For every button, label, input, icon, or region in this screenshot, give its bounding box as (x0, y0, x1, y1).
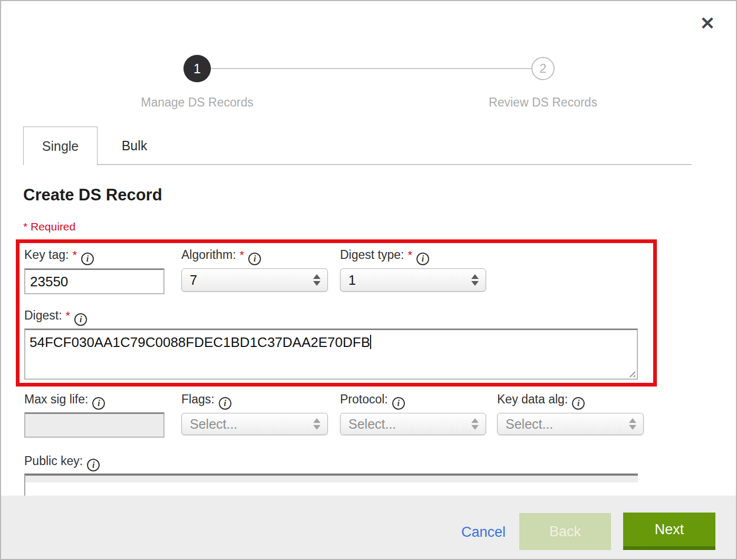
tab-single[interactable]: Single (23, 127, 98, 165)
step-1-label: Manage DS Records (81, 95, 313, 110)
info-icon[interactable]: i (92, 397, 105, 410)
digest-type-label: Digest type:*i (340, 248, 429, 265)
max-sig-life-label-text: Max sig life: (24, 392, 88, 406)
info-icon[interactable]: i (219, 397, 231, 410)
protocol-select[interactable]: Select... (340, 413, 486, 435)
key-data-alg-label-text: Key data alg: (497, 392, 568, 406)
select-arrows-icon (313, 418, 321, 430)
digest-textarea-value: 54FCF030AA1C79C0088FDEC1BD1C37DAA2E70DFB (30, 334, 370, 350)
algorithm-label-text: Algorithm: (181, 248, 236, 262)
required-star: * (240, 248, 245, 262)
algorithm-select[interactable]: 7 (181, 268, 328, 292)
digest-textarea[interactable]: 54FCF030AA1C79C0088FDEC1BD1C37DAA2E70DFB (24, 329, 638, 380)
key-data-alg-select-value: Select... (506, 417, 629, 432)
step-2-indicator: 2 (531, 57, 555, 80)
flags-label: Flags:i (181, 392, 231, 410)
info-icon[interactable]: i (248, 253, 261, 265)
step-2-label: Review DS Records (427, 95, 659, 110)
step-1-indicator: 1 (183, 55, 211, 82)
info-icon[interactable]: i (572, 397, 585, 410)
info-icon[interactable]: i (392, 397, 405, 410)
protocol-select-value: Select... (348, 417, 471, 432)
flags-select[interactable]: Select... (181, 413, 328, 435)
public-key-label-text: Public key: (24, 454, 83, 468)
algorithm-select-value: 7 (190, 273, 313, 288)
info-icon[interactable]: i (416, 253, 429, 265)
required-star: * (408, 248, 412, 262)
key-tag-input[interactable] (24, 268, 164, 294)
create-ds-record-dialog: ✕ 1 2 Manage DS Records Review DS Record… (0, 0, 737, 560)
max-sig-life-input[interactable] (24, 412, 164, 438)
key-data-alg-label: Key data alg:i (497, 392, 585, 410)
back-button[interactable]: Back (519, 513, 611, 550)
key-data-alg-select[interactable]: Select... (497, 413, 644, 435)
resize-handle-icon[interactable] (627, 369, 635, 377)
protocol-label: Protocol:i (340, 392, 405, 410)
digest-label: Digest:*i (24, 308, 87, 326)
public-key-label: Public key:i (24, 454, 100, 471)
digest-type-select[interactable]: 1 (340, 268, 486, 292)
select-arrows-icon (471, 418, 479, 430)
flags-label-text: Flags: (181, 392, 215, 406)
public-key-textarea[interactable] (24, 474, 638, 496)
tab-underline (98, 164, 692, 165)
max-sig-life-label: Max sig life:i (24, 392, 105, 410)
select-arrows-icon (471, 274, 479, 286)
key-tag-label-text: Key tag: (24, 248, 69, 262)
tab-bulk[interactable]: Bulk (98, 128, 171, 164)
digest-label-text: Digest: (24, 308, 62, 322)
info-icon[interactable]: i (74, 313, 87, 326)
next-button[interactable]: Next (623, 513, 715, 550)
required-note: * Required (23, 220, 75, 233)
stepper-connector-line (211, 68, 531, 69)
info-icon[interactable]: i (87, 459, 100, 471)
select-arrows-icon (313, 274, 321, 286)
digest-type-select-value: 1 (348, 273, 471, 288)
info-icon[interactable]: i (81, 253, 94, 265)
page-title: Create DS Record (23, 186, 162, 205)
cancel-button[interactable]: Cancel (461, 524, 506, 540)
digest-type-label-text: Digest type: (340, 248, 404, 262)
text-caret (370, 335, 371, 349)
required-star: * (72, 248, 77, 262)
close-icon[interactable]: ✕ (697, 13, 718, 34)
protocol-label-text: Protocol: (340, 392, 388, 406)
select-arrows-icon (629, 418, 636, 430)
key-tag-label: Key tag:*i (24, 248, 94, 265)
required-star: * (66, 309, 71, 322)
algorithm-label: Algorithm:*i (181, 248, 261, 265)
flags-select-value: Select... (190, 417, 313, 432)
